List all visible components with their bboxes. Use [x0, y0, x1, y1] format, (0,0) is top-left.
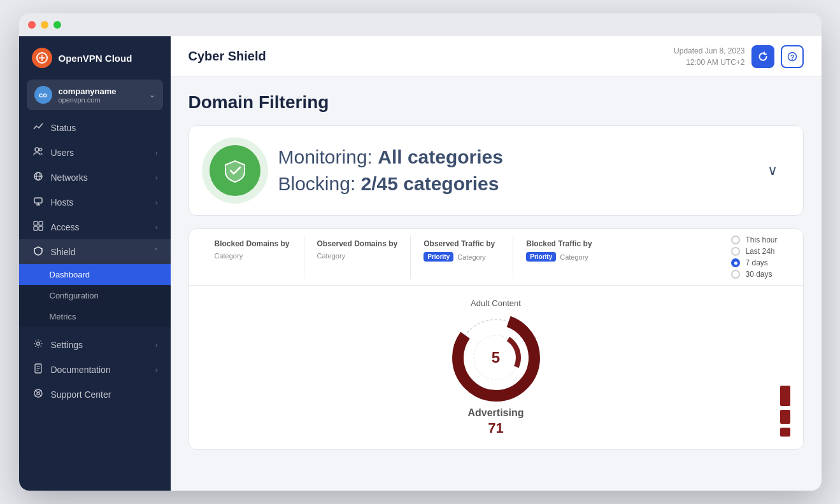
blocked-domains-title: Blocked Domains by: [215, 239, 291, 248]
radio-7days: [731, 258, 740, 267]
donut-svg-container: 5: [452, 313, 541, 402]
time-option-24h[interactable]: Last 24h: [731, 247, 777, 256]
svg-point-2: [39, 148, 42, 151]
donut-chart: Adult Content: [452, 298, 541, 437]
tab-blocked-traffic[interactable]: Blocked Traffic by Priority Category: [513, 229, 615, 285]
openvpn-logo-icon: [32, 48, 52, 68]
users-label: Users: [51, 148, 149, 158]
bar-2: [780, 410, 790, 424]
support-icon: [32, 388, 45, 400]
monitoring-card: Monitoring: All categories Blocking: 2/4…: [189, 125, 804, 216]
donut-top-label: Adult Content: [471, 298, 521, 308]
svg-rect-10: [39, 221, 43, 225]
time-option-this-hour[interactable]: This hour: [731, 235, 777, 244]
blocked-traffic-subtitle: Priority Category: [526, 252, 602, 262]
account-selector[interactable]: co companyname openvpn.com ⌄: [27, 80, 163, 110]
donut-bottom-label: Advertising: [467, 407, 523, 419]
access-icon: [32, 221, 45, 233]
blocking-label: Blocking:: [278, 173, 356, 194]
close-dot[interactable]: [28, 21, 36, 29]
account-chevron-icon: ⌄: [149, 90, 155, 99]
tab-observed-traffic[interactable]: Observed Traffic by Priority Category: [411, 229, 513, 285]
sidebar: OpenVPN Cloud co companyname openvpn.com…: [19, 36, 171, 491]
monitoring-card-expand[interactable]: ∨: [762, 157, 783, 184]
status-icon: [32, 122, 45, 134]
stats-panel: Blocked Domains by Category Observed Dom…: [189, 228, 804, 450]
blocked-traffic-title: Blocked Traffic by: [526, 239, 602, 248]
blocked-domains-subtitle: Category: [215, 252, 291, 260]
sidebar-logo: OpenVPN Cloud: [19, 36, 171, 80]
donut-inner-count: 5: [492, 349, 500, 367]
documentation-chevron-icon: ›: [155, 366, 158, 374]
sidebar-item-networks[interactable]: Networks ›: [19, 165, 171, 190]
hosts-label: Hosts: [51, 197, 149, 207]
tab-blocked-domains[interactable]: Blocked Domains by Category: [202, 229, 304, 285]
account-sub: openvpn.com: [59, 96, 143, 104]
time-label-this-hour: This hour: [745, 235, 777, 244]
sidebar-item-status[interactable]: Status: [19, 115, 171, 140]
priority-badge-1: Priority: [424, 252, 453, 262]
time-option-30days[interactable]: 30 days: [731, 270, 777, 279]
sidebar-item-hosts[interactable]: Hosts ›: [19, 190, 171, 214]
sidebar-item-documentation[interactable]: Documentation ›: [19, 357, 171, 382]
topbar: Cyber Shield Updated Jun 8, 2023 12:00 A…: [171, 36, 822, 77]
networks-chevron-icon: ›: [155, 174, 158, 181]
users-icon: [32, 146, 45, 158]
observed-traffic-title: Observed Traffic by: [424, 239, 500, 248]
main-content: Cyber Shield Updated Jun 8, 2023 12:00 A…: [171, 36, 822, 491]
chart-area: Adult Content: [189, 286, 803, 449]
time-option-7days[interactable]: 7 days: [731, 258, 777, 267]
settings-label: Settings: [51, 340, 149, 350]
svg-text:?: ?: [790, 53, 794, 60]
page-title: Cyber Shield: [189, 49, 266, 64]
minimize-dot[interactable]: [41, 21, 48, 29]
app-body: OpenVPN Cloud co companyname openvpn.com…: [19, 36, 822, 491]
refresh-button[interactable]: [751, 45, 774, 68]
help-button[interactable]: ?: [781, 45, 804, 68]
sidebar-item-configuration[interactable]: Configuration: [19, 285, 171, 306]
svg-point-1: [35, 148, 39, 151]
access-chevron-icon: ›: [155, 223, 158, 231]
hosts-icon: [32, 196, 45, 208]
blocking-value: 2/45 categories: [361, 173, 499, 194]
sidebar-item-shield[interactable]: Shield ˄: [19, 239, 171, 264]
documentation-icon: [32, 363, 45, 375]
time-label-24h: Last 24h: [745, 247, 774, 256]
sidebar-item-users[interactable]: Users ›: [19, 140, 171, 165]
sidebar-item-settings[interactable]: Settings ›: [19, 332, 171, 357]
updated-line2: 12:00 AM UTC+2: [674, 57, 744, 68]
shield-sub-nav: Dashboard Configuration Metrics: [19, 264, 171, 327]
monitoring-text: Monitoring: All categories Blocking: 2/4…: [278, 144, 744, 197]
maximize-dot[interactable]: [53, 21, 61, 29]
documentation-label: Documentation: [51, 365, 149, 375]
shield-chevron-icon: ˄: [154, 248, 158, 256]
sidebar-logo-text: OpenVPN Cloud: [59, 53, 132, 64]
sidebar-item-metrics[interactable]: Metrics: [19, 306, 171, 327]
radio-this-hour: [731, 235, 740, 244]
topbar-right: Updated Jun 8, 2023 12:00 AM UTC+2 ?: [674, 45, 803, 68]
time-label-30days: 30 days: [745, 270, 772, 279]
tab-observed-domains[interactable]: Observed Domains by Category: [304, 229, 411, 285]
observed-domains-title: Observed Domains by: [317, 239, 398, 248]
status-label: Status: [51, 123, 158, 133]
account-info: companyname openvpn.com: [59, 87, 143, 104]
priority-badge-2: Priority: [526, 252, 556, 262]
updated-line1: Updated Jun 8, 2023: [674, 45, 744, 57]
settings-icon: [32, 339, 45, 351]
stats-header: Blocked Domains by Category Observed Dom…: [189, 229, 803, 286]
shield-nav-icon: [32, 246, 45, 258]
section-title: Domain Filtering: [189, 92, 804, 113]
sidebar-item-access[interactable]: Access ›: [19, 214, 171, 239]
content-area: Domain Filtering Monitoring: All categor…: [171, 77, 822, 491]
shield-status-icon: [210, 145, 260, 196]
account-name: companyname: [59, 87, 143, 96]
monitoring-line: Monitoring: All categories: [278, 144, 744, 171]
monitoring-value: All categories: [378, 146, 503, 167]
sidebar-item-support[interactable]: Support Center: [19, 382, 171, 407]
users-chevron-icon: ›: [155, 149, 158, 157]
access-label: Access: [51, 222, 149, 232]
networks-label: Networks: [51, 172, 149, 183]
sidebar-item-dashboard[interactable]: Dashboard: [19, 264, 171, 285]
time-filter: This hour Last 24h 7 days: [718, 229, 790, 285]
svg-point-19: [37, 392, 39, 395]
